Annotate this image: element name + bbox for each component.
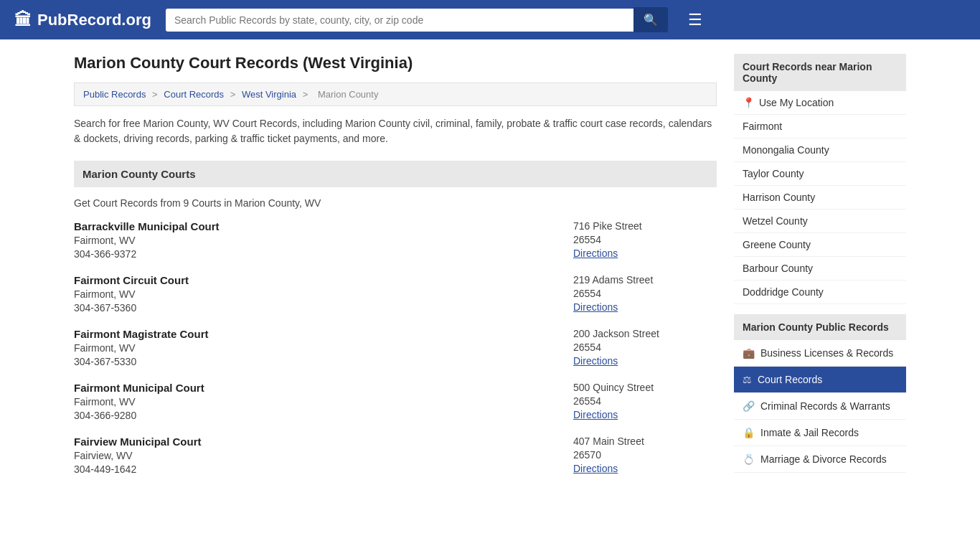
court-directions[interactable]: Directions <box>573 301 717 313</box>
table-row: Fairmont Magistrate Court Fairmont, WV 3… <box>74 328 717 367</box>
directions-link[interactable]: Directions <box>573 248 618 259</box>
link-icon: 🔗 <box>743 400 755 412</box>
list-item[interactable]: Greene County <box>734 233 906 257</box>
site-header: 🏛 PubRecord.org 🔍 ☰ <box>0 0 980 39</box>
scales-icon: ⚖ <box>743 374 752 385</box>
directions-link[interactable]: Directions <box>573 301 618 313</box>
court-address: 219 Adams Street <box>573 274 717 286</box>
court-directions[interactable]: Directions <box>573 355 717 367</box>
breadcrumb-sep-2: > <box>230 89 236 100</box>
directions-link[interactable]: Directions <box>573 355 618 367</box>
court-city: Fairmont, WV <box>74 235 220 246</box>
court-phone: 304-449-1642 <box>74 463 202 475</box>
nearby-location-link[interactable]: Monongalia County <box>743 144 829 156</box>
nearby-location-link[interactable]: Fairmont <box>743 121 782 132</box>
nearby-list: 📍 Use My Location Fairmont Monongalia Co… <box>734 91 906 304</box>
list-item[interactable]: Taylor County <box>734 162 906 186</box>
list-item[interactable]: Harrison County <box>734 186 906 209</box>
court-address: 200 Jackson Street <box>573 328 717 339</box>
court-zip: 26554 <box>573 234 717 245</box>
breadcrumb-sep-3: > <box>303 89 308 100</box>
breadcrumb: Public Records > Court Records > West Vi… <box>74 83 717 106</box>
menu-button[interactable]: ☰ <box>682 8 708 32</box>
briefcase-icon: 💼 <box>743 347 755 359</box>
public-records-section-title: Marion County Public Records <box>734 314 906 340</box>
list-item[interactable]: Barbour County <box>734 257 906 281</box>
record-type-link[interactable]: Inmate & Jail Records <box>760 427 859 438</box>
list-item[interactable]: 💼 Business Licenses & Records <box>734 340 906 367</box>
list-item[interactable]: 🔗 Criminal Records & Warrants <box>734 393 906 420</box>
nearby-location-link[interactable]: Greene County <box>743 239 811 250</box>
court-city: Fairmont, WV <box>74 342 209 354</box>
list-item[interactable]: Doddridge County <box>734 281 906 304</box>
nearby-location-link[interactable]: Wetzel County <box>743 215 808 227</box>
court-name: Fairview Municipal Court <box>74 435 202 448</box>
record-type-link[interactable]: Marriage & Divorce Records <box>760 453 887 465</box>
court-phone: 304-367-5360 <box>74 302 189 314</box>
list-item[interactable]: Fairmont <box>734 115 906 138</box>
table-row: Fairview Municipal Court Fairview, WV 30… <box>74 435 717 475</box>
nearby-location-link[interactable]: Taylor County <box>743 168 804 179</box>
lock-icon: 🔒 <box>743 427 755 438</box>
sidebar: Court Records near Marion County 📍 Use M… <box>734 54 906 489</box>
court-zip: 26570 <box>573 449 717 461</box>
content-area: Marion County Court Records (West Virgin… <box>74 54 717 489</box>
nearby-location-link[interactable]: Doddridge County <box>743 286 824 298</box>
use-location-item[interactable]: 📍 Use My Location <box>734 91 906 115</box>
list-item[interactable]: 🔒 Inmate & Jail Records <box>734 420 906 446</box>
nearby-location-link[interactable]: Harrison County <box>743 192 815 203</box>
court-phone: 304-366-9372 <box>74 248 220 260</box>
logo[interactable]: 🏛 PubRecord.org <box>14 10 151 30</box>
section-header: Marion County Courts <box>74 161 717 187</box>
search-button[interactable]: 🔍 <box>633 7 668 32</box>
court-phone: 304-366-9280 <box>74 410 204 421</box>
court-address: 407 Main Street <box>573 435 717 447</box>
hamburger-icon: ☰ <box>688 11 702 29</box>
table-row: Barrackville Municipal Court Fairmont, W… <box>74 220 717 260</box>
court-directions[interactable]: Directions <box>573 463 717 474</box>
court-list: Barrackville Municipal Court Fairmont, W… <box>74 220 717 475</box>
court-directions[interactable]: Directions <box>573 248 717 259</box>
record-type-link[interactable]: Business Licenses & Records <box>760 347 893 359</box>
court-city: Fairmont, WV <box>74 288 189 300</box>
directions-link[interactable]: Directions <box>573 463 618 474</box>
list-item-active[interactable]: ⚖ Court Records <box>734 367 906 393</box>
court-directions[interactable]: Directions <box>573 409 717 420</box>
court-name: Fairmont Circuit Court <box>74 274 189 286</box>
court-zip: 26554 <box>573 395 717 407</box>
breadcrumb-court-records[interactable]: Court Records <box>164 89 224 100</box>
court-address: 500 Quincy Street <box>573 382 717 393</box>
logo-icon: 🏛 <box>14 10 32 30</box>
nearby-location-link[interactable]: Barbour County <box>743 263 813 274</box>
breadcrumb-marion-county: Marion County <box>318 89 379 100</box>
table-row: Fairmont Municipal Court Fairmont, WV 30… <box>74 382 717 421</box>
directions-link[interactable]: Directions <box>573 409 618 420</box>
use-location-label: Use My Location <box>759 97 834 108</box>
record-type-link[interactable]: Criminal Records & Warrants <box>760 400 890 412</box>
ring-icon: 💍 <box>743 453 755 465</box>
nearby-section-title: Court Records near Marion County <box>734 54 906 91</box>
breadcrumb-sep-1: > <box>152 89 158 100</box>
court-name: Fairmont Municipal Court <box>74 382 204 394</box>
public-records-section: Marion County Public Records 💼 Business … <box>734 314 906 473</box>
list-item[interactable]: Wetzel County <box>734 209 906 233</box>
table-row: Fairmont Circuit Court Fairmont, WV 304-… <box>74 274 717 314</box>
search-area: 🔍 <box>166 7 668 32</box>
search-icon: 🔍 <box>644 14 658 26</box>
breadcrumb-public-records[interactable]: Public Records <box>83 89 146 100</box>
logo-text: PubRecord.org <box>37 11 151 29</box>
main-container: Marion County Court Records (West Virgin… <box>60 39 920 504</box>
page-title: Marion County Court Records (West Virgin… <box>74 54 717 72</box>
records-list: 💼 Business Licenses & Records ⚖ Court Re… <box>734 340 906 473</box>
court-name: Fairmont Magistrate Court <box>74 328 209 340</box>
search-input[interactable] <box>166 9 633 32</box>
breadcrumb-west-virginia[interactable]: West Virginia <box>242 89 296 100</box>
court-zip: 26554 <box>573 342 717 353</box>
location-pin-icon: 📍 <box>743 97 755 108</box>
court-city: Fairmont, WV <box>74 396 204 408</box>
court-name: Barrackville Municipal Court <box>74 220 220 232</box>
list-item[interactable]: 💍 Marriage & Divorce Records <box>734 446 906 473</box>
court-address: 716 Pike Street <box>573 220 717 232</box>
court-city: Fairview, WV <box>74 450 202 461</box>
list-item[interactable]: Monongalia County <box>734 138 906 162</box>
